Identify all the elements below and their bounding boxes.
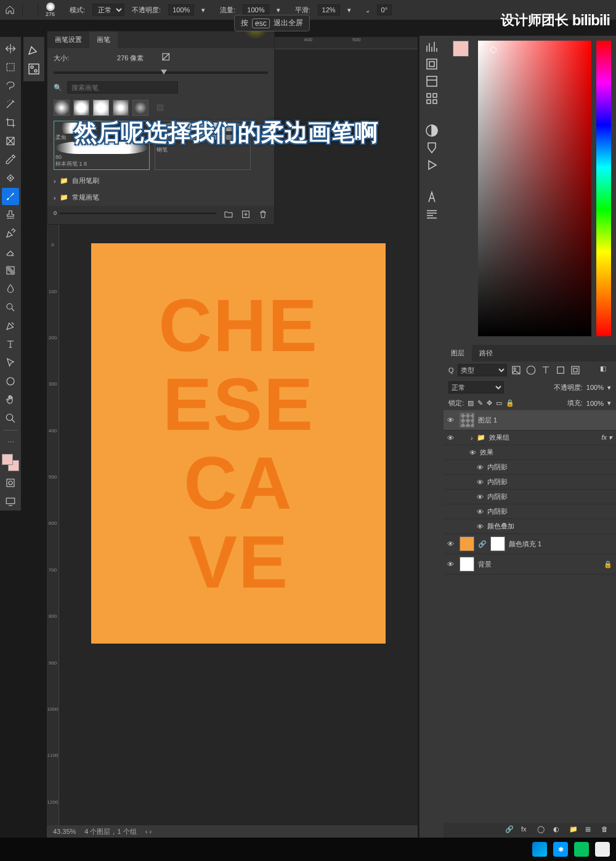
brush-tool[interactable] <box>2 188 19 205</box>
edit-toolbar-icon[interactable]: ⋯ <box>2 434 19 451</box>
home-icon[interactable] <box>5 5 15 15</box>
layer-row[interactable]: 👁🔗颜色填充 1 <box>444 534 616 554</box>
flow-value[interactable]: 100% <box>243 4 269 15</box>
layer-filter-select[interactable]: 类型 <box>458 364 507 376</box>
color-sv-picker[interactable] <box>478 41 591 336</box>
flip-icon[interactable] <box>161 52 172 64</box>
mask-thumb[interactable] <box>490 536 505 551</box>
layer-thumb[interactable] <box>460 536 474 551</box>
layer-row[interactable]: 👁背景🔒 <box>444 554 616 575</box>
histogram-icon[interactable] <box>424 39 439 54</box>
brush-size-value[interactable]: 276 像素 <box>117 54 144 63</box>
hand-tool[interactable] <box>2 391 19 408</box>
eye-icon[interactable]: 👁 <box>477 508 484 515</box>
filter-smartobj-icon[interactable] <box>570 365 581 376</box>
fx-icon[interactable]: fx <box>521 825 531 835</box>
windows-start-icon[interactable] <box>532 842 547 857</box>
eraser-tool[interactable] <box>2 243 19 261</box>
adjustments-icon[interactable] <box>424 123 439 138</box>
eye-icon[interactable]: 👁 <box>447 540 456 548</box>
taskbar-app-icon[interactable]: ✱ <box>553 842 568 857</box>
eye-icon[interactable]: 👁 <box>477 464 484 471</box>
mask-icon[interactable]: ◯ <box>537 825 547 835</box>
filter-image-icon[interactable] <box>511 365 522 376</box>
filter-type-icon[interactable] <box>540 365 551 376</box>
type-tool[interactable] <box>2 336 19 353</box>
brush-preset-picker[interactable]: 276 <box>46 2 55 17</box>
lasso-tool[interactable] <box>2 77 19 94</box>
layer-thumb[interactable] <box>460 413 474 427</box>
lock-artboard-icon[interactable]: ▭ <box>496 399 502 407</box>
brush-settings-icon[interactable] <box>26 42 41 57</box>
frame-tool[interactable] <box>2 132 19 150</box>
adjustment-layer-icon[interactable]: ◐ <box>553 825 563 835</box>
chevron-down-icon[interactable]: ▾ <box>201 6 205 14</box>
eye-icon[interactable]: 👁 <box>447 434 456 442</box>
opacity-value[interactable]: 100% <box>168 4 194 15</box>
stamp-tool[interactable] <box>2 206 19 224</box>
lock-position-icon[interactable]: ✥ <box>487 399 492 407</box>
play-icon[interactable] <box>424 158 439 172</box>
move-tool[interactable] <box>2 40 19 57</box>
layer-row[interactable]: 👁内阴影 <box>444 460 616 475</box>
styles-icon[interactable] <box>424 140 439 155</box>
zoom-tool[interactable] <box>2 410 19 427</box>
eye-icon[interactable]: 👁 <box>447 416 456 424</box>
lock-all-icon[interactable]: 🔒 <box>506 399 514 407</box>
paragraph-icon[interactable] <box>424 207 439 222</box>
link-icon[interactable]: 🔗 <box>505 825 515 835</box>
history-brush-tool[interactable] <box>2 225 19 242</box>
layer-row[interactable]: 👁效果 <box>444 445 616 460</box>
eye-icon[interactable]: 👁 <box>469 449 476 456</box>
marquee-tool[interactable] <box>2 59 19 76</box>
tab-layers[interactable]: 图层 <box>444 345 472 362</box>
layer-row[interactable]: 👁内阴影 <box>444 490 616 504</box>
lock-pixels-icon[interactable]: ✎ <box>477 399 483 407</box>
fill-value[interactable]: 100% <box>586 400 604 407</box>
wand-tool[interactable] <box>2 95 19 113</box>
navigator-icon[interactable] <box>424 57 439 71</box>
eyedropper-tool[interactable] <box>2 151 19 168</box>
layer-opacity-value[interactable]: 100% <box>586 384 604 391</box>
eye-icon[interactable]: 👁 <box>477 523 484 530</box>
screenmode-icon[interactable] <box>2 493 19 510</box>
character-icon[interactable] <box>424 190 439 204</box>
brush-tip-thumb[interactable] <box>132 100 148 116</box>
new-brush-icon[interactable] <box>241 209 251 220</box>
brush-tip-thumb[interactable] <box>54 100 70 116</box>
color-swatches[interactable] <box>2 454 19 471</box>
trash-icon[interactable] <box>258 209 268 220</box>
gradient-tool[interactable] <box>2 262 19 279</box>
layer-row[interactable]: 👁内阴影 <box>444 475 616 490</box>
brush-tip-thumb[interactable] <box>157 105 163 111</box>
lock-transparency-icon[interactable]: ▨ <box>468 399 474 407</box>
brush-folder[interactable]: ›📁常规画笔 <box>47 189 274 206</box>
filter-shape-icon[interactable] <box>555 365 566 376</box>
libraries-icon[interactable] <box>424 91 439 106</box>
trash-icon[interactable]: 🗑 <box>601 825 611 835</box>
path-select-tool[interactable] <box>2 354 19 371</box>
layer-blend-select[interactable]: 正常 <box>448 381 504 394</box>
blur-tool[interactable] <box>2 280 19 297</box>
quickmask-icon[interactable] <box>2 474 19 491</box>
dodge-tool[interactable] <box>2 299 19 316</box>
brush-tip-thumb[interactable] <box>73 100 89 116</box>
brush-tip-thumb[interactable] <box>93 100 109 116</box>
shape-tool[interactable] <box>2 373 19 390</box>
crop-tool[interactable] <box>2 114 19 131</box>
layer-row[interactable]: 👁›📁效果组fx ▾ <box>444 430 616 445</box>
filter-adjustment-icon[interactable] <box>525 365 537 376</box>
layer-row[interactable]: 👁颜色叠加 <box>444 519 616 534</box>
eye-icon[interactable]: 👁 <box>447 560 456 568</box>
blend-mode-select[interactable]: 正常 <box>92 4 124 16</box>
brush-size-slider[interactable] <box>54 71 268 74</box>
angle-icon[interactable]: ⦟ <box>366 6 370 14</box>
doc-info[interactable]: 4 个图层，1 个组 <box>84 827 136 836</box>
zoom-level[interactable]: 43.35% <box>53 828 76 835</box>
eye-icon[interactable]: 👁 <box>477 479 484 486</box>
smoothing-value[interactable]: 12% <box>318 4 340 15</box>
brush-folder[interactable]: ›📁自用笔刷 <box>47 172 274 189</box>
tab-brushes[interactable]: 画笔 <box>89 31 118 48</box>
brushes-icon[interactable] <box>26 62 41 76</box>
layer-row[interactable]: 👁内阴影 <box>444 504 616 519</box>
